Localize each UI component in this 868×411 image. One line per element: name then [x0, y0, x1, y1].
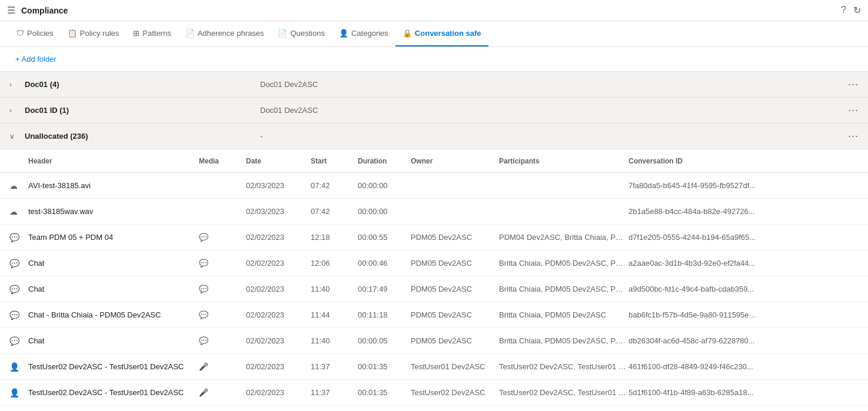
row-conversation-id-6: db26304f-ac6d-458c-af79-6228780... [628, 336, 859, 345]
tab-policies-icon: 🛡 [16, 29, 24, 38]
folder-row-doc01[interactable]: ›Doc01 (4)Doc01 Dev2ASC··· [0, 72, 868, 98]
folder-meta-unallocated: - [260, 132, 848, 141]
row-header-0: AVI-test-38185.avi [28, 181, 199, 190]
folder-more-unallocated[interactable]: ··· [848, 130, 859, 142]
table-row[interactable]: 👤TestUser02 Dev2ASC - TestUser01 Dev2ASC… [0, 380, 868, 406]
row-owner-2: PDM05 Dev2ASC [411, 233, 499, 242]
tab-patterns-label: Patterns [142, 29, 171, 38]
help-icon[interactable]: ? [841, 5, 846, 16]
tab-policy-rules[interactable]: 📋Policy rules [61, 21, 126, 46]
table-row[interactable]: 👤TestUser02 Dev2ASC - TestUser01 Dev2ASC… [0, 354, 868, 380]
row-start-5: 11:44 [311, 310, 358, 319]
menu-icon[interactable]: ☰ [7, 5, 15, 16]
col-header-participants: Participants [499, 157, 628, 165]
toolbar: + Add folder [0, 47, 868, 72]
folder-chevron-doc01: › [9, 81, 19, 89]
col-header-date: Date [246, 157, 311, 165]
col-header-owner: Owner [411, 157, 499, 165]
folder-meta-doc01: Doc01 Dev2ASC [260, 80, 848, 89]
tab-patterns-icon: ⊞ [133, 29, 139, 38]
folder-meta-doc01-id: Doc01 Dev2ASC [260, 106, 848, 115]
tab-patterns[interactable]: ⊞Patterns [126, 21, 178, 46]
row-header-4: Chat [28, 285, 199, 293]
tab-conversation-safe-label: Conversation safe [415, 29, 481, 38]
row-start-6: 11:40 [311, 336, 358, 345]
row-icon-0: ☁ [9, 181, 28, 191]
row-icon-7: 👤 [9, 362, 28, 372]
tab-questions-icon: 📄 [278, 29, 287, 38]
table-row[interactable]: ☁AVI-test-38185.avi02/03/202307:4200:00:… [0, 173, 868, 199]
row-icon-8: 👤 [9, 388, 28, 397]
row-participants-8: TestUser02 Dev2ASC, TestUser01 Dev2A... [499, 388, 628, 397]
table-header: HeaderMediaDateStartDurationOwnerPartici… [0, 149, 868, 173]
folder-row-unallocated[interactable]: ∨Unallocated (236)-··· [0, 123, 868, 149]
row-date-1: 02/03/2023 [246, 207, 311, 216]
row-icon-4: 💬 [9, 285, 28, 294]
row-participants-4: Britta Chiaia, PDM05 Dev2ASC, PDM04 ... [499, 285, 628, 293]
row-media-4: 💬 [199, 285, 246, 293]
row-icon-2: 💬 [9, 233, 28, 242]
tab-policies[interactable]: 🛡Policies [9, 21, 61, 46]
row-duration-8: 00:01:35 [358, 388, 411, 397]
add-folder-button[interactable]: + Add folder [9, 52, 62, 66]
table-row[interactable]: 💬Team PDM 05 + PDM 04💬02/02/202312:1800:… [0, 225, 868, 250]
tab-conversation-safe[interactable]: 🔒Conversation safe [395, 21, 488, 46]
row-icon-1: ☁ [9, 207, 28, 216]
row-header-3: Chat [28, 259, 199, 268]
folder-row-doc01-id[interactable]: ›Doc01 ID (1)Doc01 Dev2ASC··· [0, 98, 868, 123]
row-owner-6: PDM05 Dev2ASC [411, 336, 499, 345]
table-row[interactable]: 💬Chat💬02/02/202311:4000:17:49PDM05 Dev2A… [0, 276, 868, 302]
folder-more-doc01[interactable]: ··· [848, 78, 859, 91]
folder-chevron-doc01-id: › [9, 106, 19, 115]
row-conversation-id-8: 5d1f6100-4f1b-4f89-a63b-6285a18... [628, 388, 859, 397]
col-header-duration: Duration [358, 157, 411, 165]
row-header-6: Chat [28, 336, 199, 345]
row-conversation-id-0: 7fa80da5-b645-41f4-9595-fb9527df... [628, 181, 859, 190]
row-media-6: 💬 [199, 336, 246, 345]
table-row[interactable]: 💬Chat💬02/02/202311:4000:00:05PDM05 Dev2A… [0, 328, 868, 354]
tab-adherence-phrases-icon: 📄 [185, 29, 195, 38]
row-date-3: 02/02/2023 [246, 259, 311, 268]
row-duration-2: 00:00:55 [358, 233, 411, 242]
row-start-2: 12:18 [311, 233, 358, 242]
table-row[interactable]: 💬Chat - Britta Chiaia - PDM05 Dev2ASC💬02… [0, 302, 868, 328]
row-start-8: 11:37 [311, 388, 358, 397]
refresh-icon[interactable]: ↻ [853, 5, 861, 16]
table-row[interactable]: 💬Chat💬02/02/202312:0600:00:46PDM05 Dev2A… [0, 250, 868, 276]
row-conversation-id-5: bab6fc1b-f57b-4d5e-9a80-911595e... [628, 310, 859, 319]
tab-questions-label: Questions [290, 29, 325, 38]
tab-adherence-phrases-label: Adherence phrases [198, 29, 264, 38]
tab-adherence-phrases[interactable]: 📄Adherence phrases [178, 21, 271, 46]
row-date-0: 02/03/2023 [246, 181, 311, 190]
folder-chevron-unallocated: ∨ [9, 132, 19, 141]
row-owner-7: TestUser01 Dev2ASC [411, 362, 499, 371]
col-header-media: Media [199, 157, 246, 165]
row-date-8: 02/02/2023 [246, 388, 311, 397]
row-header-1: test-38185wav.wav [28, 207, 199, 216]
table-row[interactable]: ☁test-38185wav.wav02/03/202307:4200:00:0… [0, 199, 868, 225]
tab-questions[interactable]: 📄Questions [271, 21, 332, 46]
row-media-2: 💬 [199, 233, 246, 242]
row-header-5: Chat - Britta Chiaia - PDM05 Dev2ASC [28, 310, 199, 319]
row-icon-3: 💬 [9, 259, 28, 268]
row-date-4: 02/02/2023 [246, 285, 311, 293]
row-owner-3: PDM05 Dev2ASC [411, 259, 499, 268]
row-conversation-id-3: a2aae0ac-3d1b-4b3d-92e0-ef2fa44... [628, 259, 859, 268]
tab-categories-icon: 👤 [339, 29, 348, 38]
tab-policies-label: Policies [27, 29, 54, 38]
row-conversation-id-2: d7f1e205-0555-4244-b194-65a9f65... [628, 233, 859, 242]
row-owner-4: PDM05 Dev2ASC [411, 285, 499, 293]
row-duration-3: 00:00:46 [358, 259, 411, 268]
folder-name-unallocated: Unallocated (236) [25, 132, 154, 141]
row-media-7: 🎤 [199, 362, 246, 371]
row-duration-6: 00:00:05 [358, 336, 411, 345]
row-participants-7: TestUser02 Dev2ASC, TestUser01 Dev2A... [499, 362, 628, 371]
row-icon-6: 💬 [9, 336, 28, 346]
tab-policy-rules-icon: 📋 [68, 29, 77, 38]
row-date-2: 02/02/2023 [246, 233, 311, 242]
row-start-7: 11:37 [311, 362, 358, 371]
row-media-3: 💬 [199, 259, 246, 268]
folder-more-doc01-id[interactable]: ··· [848, 104, 859, 116]
row-media-5: 💬 [199, 310, 246, 319]
tab-categories[interactable]: 👤Categories [332, 21, 395, 46]
